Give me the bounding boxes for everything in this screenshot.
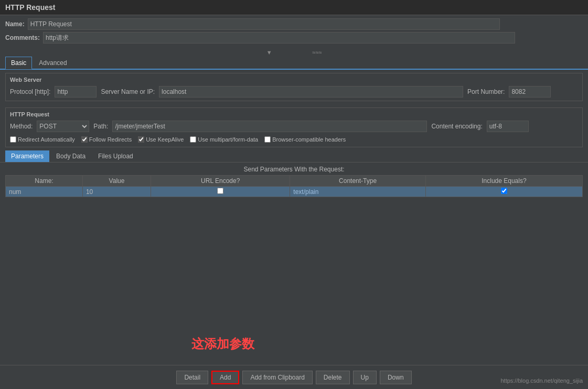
detail-button[interactable]: Detail: [176, 371, 208, 384]
col-name: Name:: [6, 176, 83, 187]
tab-basic[interactable]: Basic: [5, 57, 32, 69]
server-name-input[interactable]: [159, 86, 463, 98]
checkbox-browser-headers[interactable]: Browser-compatible headers: [264, 136, 346, 143]
col-include-equals: Include Equals?: [425, 176, 582, 187]
col-url-encode: URL Encode?: [151, 176, 290, 187]
path-label: Path:: [93, 123, 108, 130]
col-value: Value: [82, 176, 151, 187]
comments-input[interactable]: [43, 32, 515, 44]
encoding-input[interactable]: [487, 121, 529, 132]
method-label: Method:: [10, 123, 33, 130]
checkbox-browser-headers-label: Browser-compatible headers: [272, 136, 346, 143]
add-from-clipboard-button[interactable]: Add from Clipboard: [242, 371, 312, 384]
checkbox-multipart-label: Use multipart/form-data: [198, 136, 258, 143]
tab-advanced[interactable]: Advanced: [33, 57, 72, 69]
web-server-row: Protocol [http]: Server Name or IP: Port…: [10, 86, 578, 98]
checkbox-follow-redirects[interactable]: Follow Redirects: [81, 136, 132, 143]
name-input[interactable]: [28, 18, 500, 30]
checkbox-keepalive-input[interactable]: [138, 136, 144, 143]
http-request-section: HTTP Request Method: POST GET PUT DELETE…: [5, 107, 583, 147]
include-equals-checkbox[interactable]: [501, 188, 507, 194]
col-content-type: Content-Type: [290, 176, 426, 187]
checkbox-keepalive[interactable]: Use KeepAlive: [138, 136, 184, 143]
sub-tabs-bar: Parameters Body Data Files Upload: [0, 150, 588, 163]
collapse-handle[interactable]: ▼ ≈≈≈: [0, 49, 588, 56]
checkbox-multipart-input[interactable]: [190, 136, 196, 143]
checkbox-redirect-auto-input[interactable]: [10, 136, 16, 143]
method-select[interactable]: POST GET PUT DELETE: [37, 121, 89, 132]
params-table: Name: Value URL Encode? Content-Type Inc…: [5, 175, 583, 197]
window-title: HTTP Request: [5, 3, 55, 12]
web-server-section: Web Server Protocol [http]: Server Name …: [5, 73, 583, 101]
add-button[interactable]: Add: [211, 371, 239, 384]
cell-value: 10: [82, 187, 151, 197]
comments-label: Comments:: [5, 34, 40, 41]
cell-content-type: text/plain: [290, 187, 426, 197]
name-label: Name:: [5, 20, 25, 28]
sub-tab-parameters[interactable]: Parameters: [5, 150, 49, 162]
http-request-title: HTTP Request: [10, 111, 578, 117]
checkbox-follow-redirects-label: Follow Redirects: [89, 136, 132, 143]
protocol-input[interactable]: [55, 86, 97, 98]
http-request-row: Method: POST GET PUT DELETE Path: Conten…: [10, 121, 578, 132]
up-button[interactable]: Up: [353, 371, 377, 384]
checkbox-follow-redirects-input[interactable]: [81, 136, 88, 143]
web-server-title: Web Server: [10, 77, 578, 83]
table-row[interactable]: num 10 text/plain: [6, 187, 583, 197]
port-input[interactable]: [509, 86, 551, 98]
cell-name: num: [6, 187, 83, 197]
bottom-bar: Detail Add Add from Clipboard Delete Up …: [0, 365, 588, 389]
cell-url-encode[interactable]: [151, 187, 290, 197]
delete-button[interactable]: Delete: [316, 371, 350, 384]
url-encode-checkbox[interactable]: [217, 188, 223, 194]
url-text: https://blog.csdn.net/qiteng_sijia: [500, 377, 583, 384]
annotation-text: 这添加参数: [191, 336, 254, 352]
table-header-row: Name: Value URL Encode? Content-Type Inc…: [6, 176, 583, 187]
form-area: Name: Comments:: [0, 15, 588, 49]
name-row: Name:: [5, 18, 583, 30]
cell-include-equals[interactable]: [425, 187, 582, 197]
main-container: HTTP Request Name: Comments: ▼ ≈≈≈ Basic…: [0, 0, 588, 389]
checkbox-browser-headers-input[interactable]: [264, 136, 271, 143]
sub-tab-body-data[interactable]: Body Data: [50, 150, 91, 162]
tabs-bar: Basic Advanced: [0, 56, 588, 70]
checkboxes-row: Redirect Automatically Follow Redirects …: [10, 135, 578, 144]
checkbox-redirect-auto-label: Redirect Automatically: [18, 136, 75, 143]
down-button[interactable]: Down: [380, 371, 412, 384]
encoding-label: Content encoding:: [431, 123, 482, 130]
checkbox-redirect-auto[interactable]: Redirect Automatically: [10, 136, 75, 143]
params-section: Send Parameters With the Request: Name: …: [5, 166, 583, 197]
server-label: Server Name or IP:: [101, 88, 155, 95]
checkbox-keepalive-label: Use KeepAlive: [146, 136, 184, 143]
port-label: Port Number:: [467, 88, 505, 95]
comments-row: Comments:: [5, 32, 583, 44]
sub-tab-files-upload[interactable]: Files Upload: [92, 150, 139, 162]
params-title: Send Parameters With the Request:: [5, 166, 583, 173]
checkbox-multipart[interactable]: Use multipart/form-data: [190, 136, 258, 143]
title-bar: HTTP Request: [0, 0, 588, 15]
protocol-label: Protocol [http]:: [10, 88, 50, 95]
path-input[interactable]: [112, 121, 427, 132]
